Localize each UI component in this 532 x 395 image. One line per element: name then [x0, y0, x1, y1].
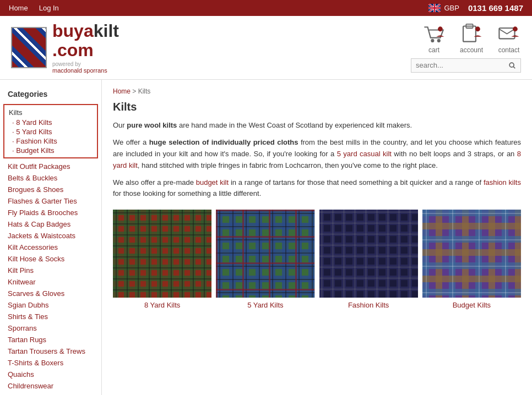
product-label-fashion: Fashion Kilts	[348, 301, 389, 309]
sidebar-item-5yard[interactable]: · 5 Yard Kilts	[9, 127, 93, 136]
sidebar-item-hats[interactable]: Hats & Cap Badges	[0, 218, 101, 230]
powered-name: macdonald sporrans	[52, 67, 119, 74]
sidebar-item-kilts[interactable]: Kilts	[9, 107, 93, 118]
sidebar-item-hose[interactable]: Kilt Hose & Socks	[0, 253, 101, 265]
header-icons: cart account	[422, 23, 521, 54]
svg-rect-50	[422, 210, 521, 298]
fashion-link[interactable]: · Fashion Kilts	[12, 137, 57, 145]
svg-point-6	[475, 26, 480, 31]
breadcrumb: Home > Kilts	[113, 87, 521, 95]
cart-icon	[422, 23, 446, 45]
home-link[interactable]: Home	[9, 4, 28, 12]
main-content: Home > Kilts Kilts Our pure wool kilts a…	[102, 80, 532, 395]
sidebar-item-8yard[interactable]: · 8 Yard Kilts	[9, 118, 93, 127]
sidebar-item-brogues[interactable]: Brogues & Shoes	[0, 184, 101, 195]
sidebar-item-gifts[interactable]: Gifts & Home	[0, 392, 101, 395]
logo-image	[11, 27, 47, 68]
currency-label: GBP	[444, 4, 459, 12]
kilt-svg-1	[113, 210, 211, 298]
product-image-fashion	[319, 210, 418, 298]
content-para2: We offer a huge selection of individuall…	[113, 137, 521, 171]
search-input[interactable]	[416, 61, 508, 69]
cart-label: cart	[428, 46, 439, 54]
budget-link[interactable]: · Budget Kilts	[12, 146, 55, 155]
sidebar-item-knitwear[interactable]: Knitwear	[0, 276, 101, 288]
svg-line-10	[513, 67, 515, 68]
svg-rect-20	[113, 210, 211, 298]
product-label-budget: Budget Kilts	[453, 301, 491, 309]
kilts-link[interactable]: Kilts	[9, 108, 23, 117]
svg-rect-42	[319, 210, 418, 298]
sidebar-item-shirts[interactable]: Shirts & Ties	[0, 311, 101, 322]
sidebar-item-tshirts[interactable]: T-Shirts & Boxers	[0, 357, 101, 369]
page-title: Kilts	[113, 101, 521, 113]
5yard-link[interactable]: · 5 Yard Kilts	[12, 128, 52, 136]
brand-domain: .com	[52, 40, 94, 60]
sidebar-item-sporrans[interactable]: Sporrans	[0, 322, 101, 334]
sidebar-item-flyplaids[interactable]: Fly Plaids & Brooches	[0, 207, 101, 218]
sidebar-item-accessories[interactable]: Kilt Accessories	[0, 242, 101, 253]
fashion-kilts-link[interactable]: fashion kilts	[484, 178, 521, 186]
para2-bold: huge selection of individually priced cl…	[149, 138, 298, 146]
main-wrapper: Categories Kilts · 8 Yard Kilts · 5 Yard…	[0, 80, 532, 395]
content-para3: We also offer a pre-made budget kilt in …	[113, 177, 521, 200]
product-5yard[interactable]: 5 Yard Kilts	[216, 210, 314, 309]
sidebar-item-outfit[interactable]: Kilt Outfit Packages	[0, 161, 101, 172]
breadcrumb-home[interactable]: Home	[113, 87, 131, 95]
login-link[interactable]: Log In	[39, 4, 59, 12]
breadcrumb-separator: >	[132, 87, 138, 95]
product-8yard[interactable]: 8 Yard Kilts	[113, 210, 211, 309]
sidebar-item-trousers[interactable]: Tartan Trousers & Trews	[0, 345, 101, 357]
sidebar-item-rugs[interactable]: Tartan Rugs	[0, 334, 101, 345]
sidebar-item-scarves[interactable]: Scarves & Gloves	[0, 288, 101, 299]
sidebar-item-jackets[interactable]: Jackets & Waistcoats	[0, 230, 101, 242]
breadcrumb-current: Kilts	[138, 87, 151, 95]
account-button[interactable]: account	[459, 23, 484, 54]
sidebar: Categories Kilts · 8 Yard Kilts · 5 Yard…	[0, 80, 102, 395]
kilt-svg-3	[319, 210, 418, 298]
search-box[interactable]	[411, 58, 521, 73]
top-nav-right: GBP 0131 669 1487	[428, 3, 523, 13]
cart-button[interactable]: cart	[422, 23, 446, 54]
account-icon	[459, 23, 484, 45]
top-navigation: Home Log In GBP 0131 669 1487	[0, 0, 532, 16]
phone-number: 0131 669 1487	[468, 3, 523, 13]
product-image-5yard	[216, 210, 314, 298]
8yard-link-content[interactable]: 8 yard kilt	[113, 150, 521, 169]
contact-button[interactable]: contact	[497, 23, 521, 54]
5yard-casual-link[interactable]: 5 yard casual kilt	[337, 150, 392, 158]
sidebar-item-fashion[interactable]: · Fashion Kilts	[9, 136, 93, 146]
sidebar-item-pins[interactable]: Kilt Pins	[0, 265, 101, 276]
powered-by: powered by	[52, 61, 119, 67]
svg-point-2	[437, 39, 441, 42]
product-image-budget	[422, 210, 521, 298]
product-budget[interactable]: Budget Kilts	[422, 210, 521, 309]
top-nav-links: Home Log In	[9, 4, 59, 12]
sidebar-kilts-group: Kilts · 8 Yard Kilts · 5 Yard Kilts · Fa…	[3, 104, 98, 158]
product-fashion[interactable]: Fashion Kilts	[319, 210, 418, 309]
logo-text: buyakilt .com powered by macdonald sporr…	[52, 21, 119, 74]
sidebar-item-sgian[interactable]: Sgian Dubhs	[0, 299, 101, 311]
brand-name[interactable]: buyakilt .com	[52, 21, 119, 60]
content-para1: Our pure wool kilts are hand made in the…	[113, 120, 521, 131]
svg-point-3	[438, 26, 443, 31]
sidebar-item-belts[interactable]: Belts & Buckles	[0, 172, 101, 184]
svg-point-8	[513, 26, 518, 31]
svg-rect-32	[216, 210, 314, 298]
brand-prefix: buya	[52, 21, 94, 41]
product-label-8yard: 8 Yard Kilts	[144, 301, 180, 309]
product-label-5yard: 5 Yard Kilts	[247, 301, 283, 309]
currency-selector[interactable]: GBP	[428, 4, 459, 12]
search-icon	[508, 61, 516, 70]
sidebar-item-quaichs[interactable]: Quaichs	[0, 369, 101, 380]
8yard-link[interactable]: · 8 Yard Kilts	[12, 118, 52, 127]
flag-icon	[428, 4, 441, 12]
para1-bold: pure wool kilts	[127, 121, 177, 129]
contact-icon	[497, 23, 521, 45]
account-label: account	[460, 46, 483, 54]
site-header: buyakilt .com powered by macdonald sporr…	[0, 16, 532, 80]
sidebar-item-flashes[interactable]: Flashes & Garter Ties	[0, 195, 101, 207]
budget-kilt-link[interactable]: budget kilt	[196, 178, 229, 186]
sidebar-item-budget[interactable]: · Budget Kilts	[9, 146, 93, 155]
sidebar-item-childrenswear[interactable]: Childrenswear	[0, 380, 101, 392]
